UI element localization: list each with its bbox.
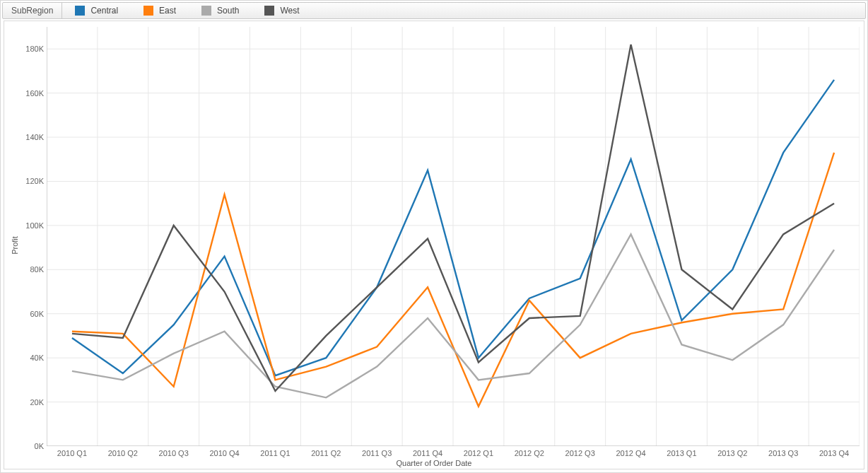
y-tick: 20K <box>16 398 44 407</box>
legend-label-central: Central <box>90 6 118 16</box>
legend-item-east[interactable]: East <box>131 3 189 18</box>
x-tick: 2012 Q3 <box>565 449 595 457</box>
x-tick: 2011 Q4 <box>413 449 442 457</box>
x-tick: 2013 Q2 <box>717 449 747 457</box>
legend-swatch-south <box>201 6 211 16</box>
legend-item-west[interactable]: West <box>252 3 312 18</box>
y-tick: 100K <box>16 221 44 230</box>
y-tick: 140K <box>16 133 44 141</box>
x-tick: 2013 Q1 <box>667 449 696 457</box>
x-tick: 2011 Q1 <box>260 449 290 457</box>
x-tick: 2011 Q2 <box>311 449 341 457</box>
x-tick: 2012 Q4 <box>616 449 645 457</box>
chart-container: SubRegion Central East South West Profit… <box>0 0 868 473</box>
x-tick: 2011 Q3 <box>362 449 392 457</box>
y-tick: 0K <box>16 442 44 450</box>
plot-area: Profit Quarter of Order Date 0K20K40K60K… <box>4 21 864 469</box>
x-tick: 2010 Q4 <box>209 449 239 457</box>
x-tick: 2010 Q3 <box>159 449 189 457</box>
legend-items: Central East South West <box>62 3 312 18</box>
y-tick: 120K <box>16 177 44 185</box>
legend-label-west: West <box>280 6 299 16</box>
x-axis-label: Quarter of Order Date <box>397 459 472 467</box>
legend-label-east: East <box>159 6 176 16</box>
legend-swatch-central <box>75 6 85 16</box>
x-tick: 2012 Q1 <box>464 449 493 457</box>
x-tick: 2010 Q1 <box>57 449 87 457</box>
y-tick: 160K <box>16 89 44 98</box>
y-tick: 40K <box>16 354 44 362</box>
legend-swatch-west <box>264 6 274 16</box>
legend-item-south[interactable]: South <box>189 3 252 18</box>
x-tick: 2010 Q2 <box>108 449 138 457</box>
chart-svg <box>47 27 860 446</box>
y-axis-label: Profit <box>11 236 19 255</box>
y-tick: 180K <box>16 45 44 53</box>
legend-bar: SubRegion Central East South West <box>2 2 866 19</box>
y-tick: 60K <box>16 310 44 318</box>
y-tick: 80K <box>16 265 44 274</box>
legend-swatch-east <box>143 6 153 16</box>
x-tick: 2013 Q3 <box>768 449 798 457</box>
x-tick: 2012 Q2 <box>515 449 544 457</box>
x-tick: 2013 Q4 <box>819 449 849 457</box>
legend-item-central[interactable]: Central <box>62 3 131 18</box>
legend-label-south: South <box>217 6 239 16</box>
legend-title: SubRegion <box>3 3 62 18</box>
